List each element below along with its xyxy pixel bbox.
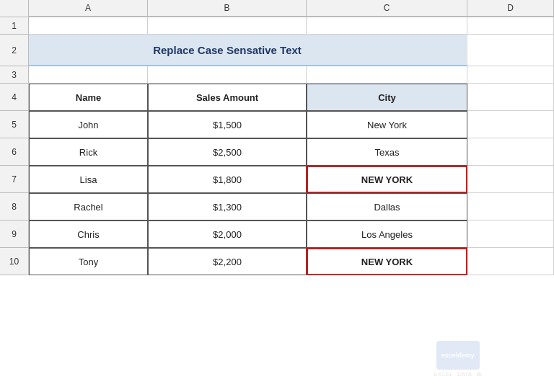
col-header-a[interactable]: A (29, 0, 148, 17)
cell-e2[interactable] (467, 35, 554, 66)
row-header-2[interactable]: 2 (0, 35, 29, 66)
row-header-5[interactable]: 5 (0, 111, 29, 138)
grid-row-6: Rick $2,500 Texas (29, 138, 554, 166)
row-header-10[interactable]: 10 (0, 248, 29, 275)
row-header-8[interactable]: 8 (0, 193, 29, 220)
grid-row-10: Tony $2,200 NEW YORK (29, 248, 554, 275)
cell-c9[interactable]: $2,000 (148, 220, 307, 248)
cell-e1[interactable] (467, 17, 554, 35)
cell-d9[interactable]: Los Angeles (307, 220, 467, 248)
cell-e6[interactable] (467, 138, 554, 166)
cell-d8[interactable]: Dallas (307, 193, 467, 220)
cell-c1[interactable] (148, 17, 307, 35)
watermark: exceldemy EXCEL · DATA · BI (434, 341, 482, 378)
watermark-tagline: EXCEL · DATA · BI (434, 371, 482, 378)
row-header-1[interactable]: 1 (0, 17, 29, 35)
col-header-b[interactable]: B (148, 0, 307, 17)
cell-b4-header[interactable]: Name (29, 84, 148, 111)
cell-b8[interactable]: Rachel (29, 193, 148, 220)
cell-d7-highlighted[interactable]: NEW YORK (307, 166, 467, 193)
corner-cell (0, 0, 29, 17)
row-header-3[interactable]: 3 (0, 66, 29, 84)
cell-c2-title[interactable]: Replace Case Sensative Text (148, 35, 307, 66)
cell-d4-header[interactable]: City (307, 84, 467, 111)
cell-c5[interactable]: $1,500 (148, 111, 307, 138)
cell-c7[interactable]: $1,800 (148, 166, 307, 193)
grid-row-9: Chris $2,000 Los Angeles (29, 220, 554, 248)
row-header-6[interactable]: 6 (0, 138, 29, 166)
grid-row-3 (29, 66, 554, 84)
cell-b6[interactable]: Rick (29, 138, 148, 166)
row-header-4[interactable]: 4 (0, 84, 29, 111)
cell-c8[interactable]: $1,300 (148, 193, 307, 220)
col-header-c[interactable]: C (307, 0, 467, 17)
cell-b2-title[interactable] (29, 35, 148, 66)
col-headers-row: A B C D (0, 0, 554, 17)
spreadsheet: A B C D 1 2 3 4 5 6 7 8 9 10 (0, 0, 554, 392)
cell-c10[interactable]: $2,200 (148, 248, 307, 275)
cell-c3[interactable] (148, 66, 307, 84)
cell-e4[interactable] (467, 84, 554, 111)
grid-row-1 (29, 17, 554, 35)
watermark-logo: exceldemy (436, 341, 480, 370)
cell-e10[interactable] (467, 248, 554, 275)
cell-b1[interactable] (29, 17, 148, 35)
grid-area: Replace Case Sensative Text Name Sales A… (29, 17, 554, 275)
cell-c4-header[interactable]: Sales Amount (148, 84, 307, 111)
cell-d6[interactable]: Texas (307, 138, 467, 166)
grid-row-5: John $1,500 New York (29, 111, 554, 138)
cell-c6[interactable]: $2,500 (148, 138, 307, 166)
cell-e8[interactable] (467, 193, 554, 220)
grid-row-2: Replace Case Sensative Text (29, 35, 554, 66)
cell-d10-highlighted[interactable]: NEW YORK (307, 248, 467, 275)
grid-row-7: Lisa $1,800 NEW YORK (29, 166, 554, 193)
grid-row-8: Rachel $1,300 Dallas (29, 193, 554, 220)
cell-d3[interactable] (307, 66, 467, 84)
cell-e9[interactable] (467, 220, 554, 248)
col-header-d[interactable]: D (467, 0, 554, 17)
row-header-7[interactable]: 7 (0, 166, 29, 193)
watermark-site: exceldemy (441, 352, 475, 359)
cell-e3[interactable] (467, 66, 554, 84)
grid-row-4: Name Sales Amount City (29, 84, 554, 111)
cell-b7[interactable]: Lisa (29, 166, 148, 193)
rows-area: 1 2 3 4 5 6 7 8 9 10 Replace Case Sensat (0, 17, 554, 275)
row-header-9[interactable]: 9 (0, 220, 29, 248)
cell-d2-title[interactable] (307, 35, 467, 66)
cell-e5[interactable] (467, 111, 554, 138)
cell-b5[interactable]: John (29, 111, 148, 138)
cell-d5[interactable]: New York (307, 111, 467, 138)
cell-b10[interactable]: Tony (29, 248, 148, 275)
cell-b3[interactable] (29, 66, 148, 84)
row-headers: 1 2 3 4 5 6 7 8 9 10 (0, 17, 29, 275)
cell-d1[interactable] (307, 17, 467, 35)
cell-b9[interactable]: Chris (29, 220, 148, 248)
cell-e7[interactable] (467, 166, 554, 193)
